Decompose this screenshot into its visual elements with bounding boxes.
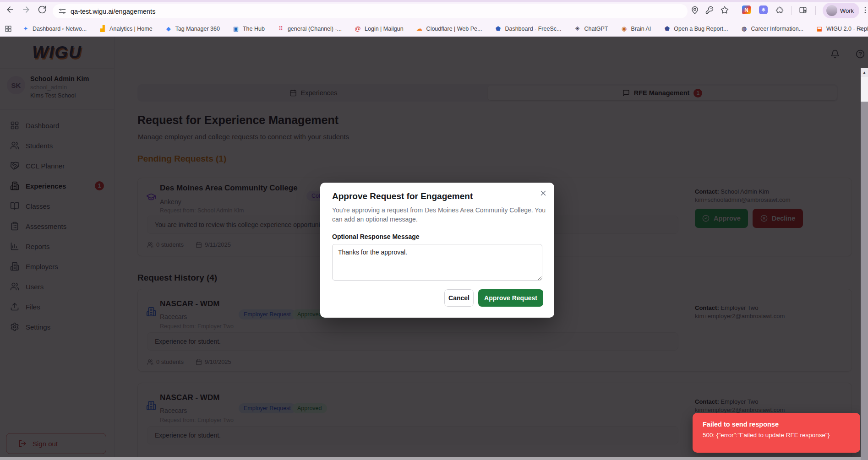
site-info-icon[interactable] — [59, 8, 66, 15]
close-icon[interactable] — [539, 189, 547, 199]
bookmark-favicon: ⬟ — [663, 26, 671, 32]
modal-description: You're approving a request from Des Moin… — [332, 206, 546, 224]
bookmark-favicon: @ — [354, 26, 361, 32]
bookmark-item[interactable]: @Login | Mailgun — [354, 26, 404, 32]
browser-back-button[interactable] — [5, 5, 15, 16]
bookmark-item[interactable]: ▣The Hub — [232, 26, 265, 32]
extension-analytics-icon[interactable]: N — [742, 5, 751, 14]
extensions-puzzle-icon[interactable] — [775, 6, 784, 16]
modal-title: Approve Request for Engagement — [332, 191, 473, 201]
bookmark-label: ChatGPT — [584, 26, 608, 32]
toast-body: 500: {"error":"Failed to update RFE resp… — [703, 432, 850, 438]
bookmark-favicon: ☁ — [416, 26, 423, 32]
bookmark-star-icon[interactable] — [721, 6, 729, 16]
browser-forward-button[interactable] — [22, 5, 31, 16]
bookmark-label: general (Channel) -... — [288, 26, 342, 32]
scrollbar-thumb[interactable] — [861, 77, 868, 102]
scroll-up-arrow[interactable]: ▲ — [861, 68, 868, 77]
response-message-label: Optional Response Message — [332, 233, 420, 240]
profile-avatar — [826, 5, 837, 16]
toast-title: Failed to send response — [703, 421, 850, 428]
bookmark-item[interactable]: ◉Brain AI — [621, 26, 651, 32]
bookmark-label: Analytics | Home — [109, 26, 153, 32]
location-pin-icon[interactable] — [691, 6, 699, 16]
bookmark-item[interactable]: ✦Dashboard ‹ Netwo... — [22, 26, 87, 32]
horizontal-scrollbar[interactable] — [0, 457, 861, 460]
bookmarks-bar: ✦Dashboard ‹ Netwo... ▟Analytics | Home … — [0, 21, 868, 36]
bookmark-label: Dashboard ‹ Netwo... — [33, 26, 87, 32]
bookmark-label: Open a Bug Report... — [674, 26, 728, 32]
bookmark-label: Dashboard - FreeSc... — [505, 26, 561, 32]
bookmarks-overflow-chevron[interactable]: » — [860, 24, 863, 32]
bookmark-item[interactable]: ⬟Dashboard - FreeSc... — [494, 26, 561, 32]
bookmark-item[interactable]: ⬟Open a Bug Report... — [663, 26, 728, 32]
bookmark-label: Login | Mailgun — [365, 26, 404, 32]
bookmark-favicon: ◆ — [165, 26, 172, 32]
toolbar-divider — [815, 6, 816, 15]
bookmark-item[interactable]: ✳ChatGPT — [573, 26, 608, 32]
apps-grid-icon[interactable] — [5, 25, 12, 32]
side-panel-icon[interactable] — [799, 6, 807, 16]
bookmark-favicon: ▟ — [99, 26, 106, 32]
bookmark-label: Career Information... — [751, 26, 803, 32]
browser-menu-icon[interactable] — [861, 6, 868, 16]
bookmark-favicon: ✳ — [573, 26, 581, 32]
vertical-scrollbar[interactable]: ▲ — [861, 68, 868, 460]
approve-request-modal: Approve Request for Engagement You're ap… — [320, 183, 554, 318]
approve-request-button[interactable]: Approve Request — [478, 289, 543, 307]
bookmark-label: The Hub — [243, 26, 265, 32]
extension-flower-icon[interactable]: ✻ — [759, 5, 768, 14]
bookmark-favicon: ◉ — [621, 26, 628, 32]
bookmark-favicon: ⠿ — [277, 26, 284, 32]
bookmark-item[interactable]: ⠿general (Channel) -... — [277, 26, 342, 32]
bookmark-favicon: ⬟ — [494, 26, 502, 32]
bookmark-favicon: ▣ — [232, 26, 240, 32]
bookmark-item[interactable]: ▟Analytics | Home — [99, 26, 153, 32]
error-toast: Failed to send response 500: {"error":"F… — [693, 413, 860, 453]
response-message-textarea[interactable]: Thanks for the approval. — [332, 244, 542, 281]
bookmark-item[interactable]: ☁Cloudflare | Web Pe... — [416, 26, 482, 32]
toolbar-divider — [791, 6, 792, 15]
bookmark-favicon: ✦ — [22, 26, 29, 32]
bookmark-favicon: ⬓ — [816, 26, 823, 32]
browser-chrome: qa-test.wigu.ai/engagements N ✻ Work — [0, 0, 868, 37]
cancel-button[interactable]: Cancel — [444, 289, 474, 307]
browser-reload-button[interactable] — [38, 5, 47, 16]
window-top-strip — [0, 0, 868, 2]
bookmark-item[interactable]: ◍Career Information... — [740, 26, 803, 32]
address-bar[interactable]: qa-test.wigu.ai/engagements — [53, 4, 688, 18]
profile-name: Work — [840, 7, 854, 14]
bookmark-item[interactable]: ◆Tag Manager 360 — [165, 26, 220, 32]
bookmark-label: Brain AI — [631, 26, 651, 32]
bookmark-favicon: ◍ — [740, 26, 748, 32]
browser-profile-button[interactable]: Work — [823, 3, 859, 18]
bookmark-label: Cloudflare | Web Pe... — [426, 26, 482, 32]
url-text[interactable]: qa-test.wigu.ai/engagements — [71, 8, 155, 15]
password-key-icon[interactable] — [705, 6, 714, 16]
screen: qa-test.wigu.ai/engagements N ✻ Work — [0, 0, 868, 460]
bookmark-label: Tag Manager 360 — [175, 26, 220, 32]
